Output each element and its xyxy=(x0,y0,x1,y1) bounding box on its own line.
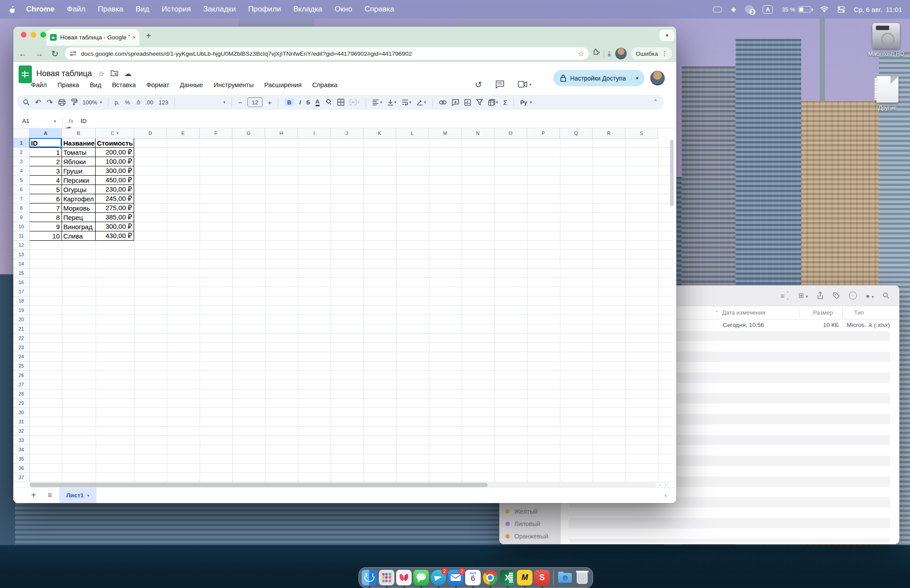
create-filter-icon[interactable] xyxy=(476,99,483,105)
zoom-window-button[interactable] xyxy=(40,32,46,38)
stage-manager-icon[interactable]: ◈ xyxy=(731,5,736,13)
row-header-21[interactable]: 21 xyxy=(13,324,30,334)
sort-chevron-icon[interactable]: ⌃ xyxy=(715,310,718,315)
list-view-icon[interactable]: ≡⌃⌄ xyxy=(781,291,790,300)
cell-A9[interactable]: 8 xyxy=(30,213,62,222)
back-icon[interactable]: ← xyxy=(19,50,27,58)
cell-B3[interactable]: Яблоки xyxy=(62,157,96,166)
sidebar-tag-2[interactable]: Оранжевый xyxy=(505,533,548,540)
address-bar[interactable]: docs.google.com/spreadsheets/d/1-yyKgwLU… xyxy=(65,47,589,60)
cell-B11[interactable]: Слива xyxy=(62,231,96,241)
insert-link-icon[interactable] xyxy=(439,100,447,104)
sheets-menu-3[interactable]: Вставка xyxy=(112,81,136,88)
sheets-menu-8[interactable]: Справка xyxy=(312,81,337,88)
updates-badge-icon[interactable]: 2 xyxy=(745,5,754,14)
cell-A7[interactable]: 6 xyxy=(30,194,62,204)
strikethrough-button[interactable]: S xyxy=(306,100,310,105)
menu-bar-clock[interactable]: Ср, 6 авг. 11:01 xyxy=(854,6,902,13)
sidebar-tag-0[interactable]: Желтый xyxy=(505,508,538,515)
column-dropdown-icon[interactable]: ▾ xyxy=(116,131,119,135)
user-icon[interactable]: ● ▾ xyxy=(866,292,874,300)
sheets-menu-5[interactable]: Данные xyxy=(180,81,203,88)
row-header-17[interactable]: 17 xyxy=(13,287,30,296)
sheet-tab-menu-icon[interactable]: ▾ xyxy=(87,493,89,498)
row-header-34[interactable]: 34 xyxy=(13,445,30,454)
column-header-N[interactable]: N xyxy=(462,128,494,138)
cloud-status-icon[interactable]: ☁ xyxy=(124,69,131,78)
increase-font-button[interactable]: + xyxy=(268,99,272,106)
dock-downloads-folder-icon[interactable]: ↓ xyxy=(557,570,573,585)
cell-C1[interactable]: Стоимость xyxy=(96,138,134,148)
column-header-A[interactable]: A xyxy=(30,128,62,138)
desktop-icon-drugie[interactable]: Другие xyxy=(868,76,907,111)
sheet-tab-list1[interactable]: Лист1 ▾ xyxy=(59,488,96,503)
browser-tab[interactable]: Новая таблица - Google Таб × xyxy=(46,29,139,46)
scroll-left-icon[interactable]: ‹ xyxy=(659,482,661,487)
new-tab-button[interactable]: + xyxy=(146,31,151,41)
sheets-menu-4[interactable]: Формат xyxy=(147,81,170,88)
cell-A3[interactable]: 2 xyxy=(30,157,62,166)
column-header-S[interactable]: S xyxy=(625,128,658,138)
bookmark-star-icon[interactable]: ☆ xyxy=(578,50,584,58)
column-header-G[interactable]: G xyxy=(232,128,265,138)
add-sheet-icon[interactable]: + xyxy=(31,490,36,500)
group-by-icon[interactable]: ⊞ ▾ xyxy=(798,292,808,300)
column-header-P[interactable]: P xyxy=(527,128,560,138)
menu-item-5[interactable]: Закладки xyxy=(203,5,236,14)
cell-C3[interactable]: 100,00 ₽ xyxy=(96,157,134,166)
text-rotation-icon[interactable]: ▾ xyxy=(416,99,426,105)
cell-C5[interactable]: 450,00 ₽ xyxy=(96,176,134,185)
close-tab-icon[interactable]: × xyxy=(132,34,136,41)
display-icon[interactable] xyxy=(713,7,722,12)
grid-corner[interactable] xyxy=(13,128,30,138)
input-tools-button[interactable]: Ру▾ xyxy=(520,100,532,105)
row-header-31[interactable]: 31 xyxy=(13,417,30,427)
horizontal-scrollbar[interactable] xyxy=(30,483,656,487)
cell-A5[interactable]: 4 xyxy=(30,176,62,185)
dock-trash-icon[interactable] xyxy=(575,570,590,585)
control-center-icon[interactable] xyxy=(837,6,845,13)
video-call-icon[interactable]: ▾ xyxy=(518,81,532,88)
row-header-30[interactable]: 30 xyxy=(13,408,30,417)
name-box-dropdown-icon[interactable]: ▾ xyxy=(54,119,56,123)
row-header-25[interactable]: 25 xyxy=(13,361,30,371)
row-header-37[interactable]: 37 xyxy=(13,473,30,482)
dock-telegram-icon[interactable]: 2 xyxy=(431,570,446,585)
row-header-24[interactable]: 24 xyxy=(13,352,30,361)
row-header-15[interactable]: 15 xyxy=(13,269,30,278)
sheets-menu-0[interactable]: Файл xyxy=(31,81,47,88)
sheets-avatar[interactable] xyxy=(650,71,665,85)
cell-B5[interactable]: Персики xyxy=(62,176,96,185)
battery-indicator[interactable]: 35 % xyxy=(782,6,811,13)
row-header-9[interactable]: 9 xyxy=(13,213,30,222)
fill-color-icon[interactable] xyxy=(325,99,332,106)
keyboard-layout-icon[interactable]: A xyxy=(763,5,773,14)
formula-input[interactable]: ID xyxy=(81,118,87,124)
row-header-33[interactable]: 33 xyxy=(13,436,30,445)
menu-item-9[interactable]: Справка xyxy=(365,5,394,14)
column-header-M[interactable]: M xyxy=(429,128,462,138)
row-header-11[interactable]: 11 xyxy=(13,231,30,241)
column-header-B[interactable]: B xyxy=(62,128,96,138)
star-icon[interactable]: ☆ xyxy=(98,69,104,78)
row-header-23[interactable]: 23 xyxy=(13,343,30,352)
dock-chrome-icon[interactable] xyxy=(482,570,498,585)
row-header-12[interactable]: 12 xyxy=(13,241,30,250)
forward-icon[interactable]: → xyxy=(35,50,43,58)
row-header-18[interactable]: 18 xyxy=(13,296,30,306)
cell-C7[interactable]: 245,00 ₽ xyxy=(96,194,134,204)
site-settings-icon[interactable] xyxy=(69,50,77,57)
fill-handle[interactable] xyxy=(60,146,63,149)
cell-C11[interactable]: 430,00 ₽ xyxy=(96,231,134,241)
cell-A4[interactable]: 3 xyxy=(30,166,62,176)
column-header-K[interactable]: K xyxy=(363,128,396,138)
scroll-right-icon[interactable]: › xyxy=(665,482,667,487)
sheets-menu-7[interactable]: Расширения xyxy=(264,81,301,88)
column-header-O[interactable]: O xyxy=(494,128,527,138)
column-type[interactable]: Тип xyxy=(854,309,864,316)
row-header-5[interactable]: 5 xyxy=(13,176,30,185)
browser-avatar[interactable] xyxy=(615,48,627,59)
profile-button[interactable]: Ошибка ⋮ xyxy=(631,47,672,60)
desktop-icon-macintosh-hd[interactable]: Macintosh HD xyxy=(866,23,906,57)
cell-C10[interactable]: 300,00 ₽ xyxy=(96,222,134,231)
